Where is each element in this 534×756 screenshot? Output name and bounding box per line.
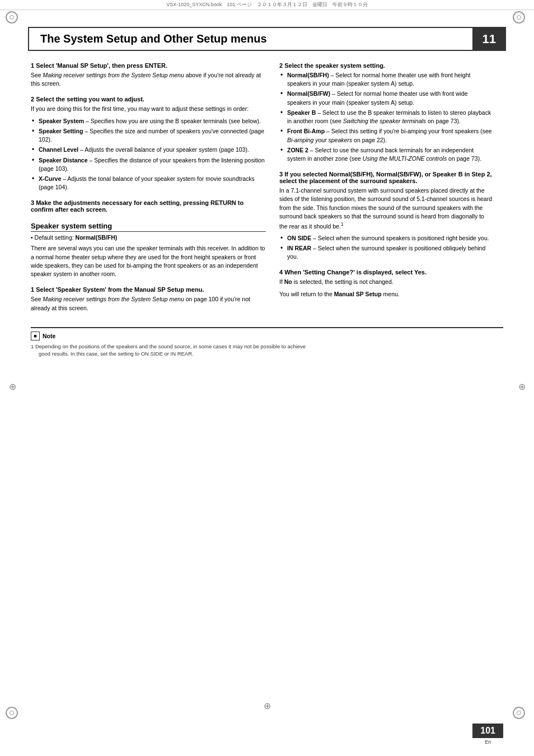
file-info: VSX-1020_SYXCN.book 101 ページ ２０１０年３月１２日 金…: [0, 0, 534, 8]
step2-text: If you are doing this for the first time…: [31, 105, 266, 113]
right-column: 2 Select the speaker system setting. Nor…: [279, 62, 492, 316]
step2-bullets: Speaker System – Specifies how you are u…: [31, 117, 266, 192]
bullet-front-biamp: Front Bi-Amp – Select this setting if yo…: [279, 127, 492, 144]
sub1-heading: 1 Select 'Speaker System' from the Manua…: [31, 286, 266, 293]
step1-text: See Making receiver settings from the Sy…: [31, 71, 266, 88]
main-content: 1 Select 'Manual SP Setup', then press E…: [31, 62, 503, 316]
bullet-speaker-b: Speaker B – Select to use the B speaker …: [279, 109, 492, 125]
manual-sp-bold: Manual SP Setup: [334, 291, 382, 297]
crosshair-right: [516, 381, 527, 392]
chapter-title-bar: The System Setup and Other Setup menus 1…: [28, 27, 506, 51]
note-area: ■ Note 1 Depending on the positions of t…: [31, 327, 503, 358]
corner-tl: [6, 11, 21, 27]
page: VSX-1020_SYXCN.book 101 ページ ２０１０年３月１２日 金…: [0, 0, 534, 756]
default-bold: Normal(SB/FH): [76, 234, 118, 241]
bullet-channel-level: Channel Level – Adjusts the overall bala…: [31, 146, 266, 154]
footnote-sup: 1: [341, 221, 344, 227]
corner-bl: [6, 707, 21, 722]
section-intro: There are several ways you can use the s…: [31, 244, 266, 278]
page-number: 101: [472, 724, 503, 738]
right-step2-bullets: Normal(SB/FH) – Select for normal home t…: [279, 71, 492, 163]
bullet-normal-sbfw: Normal(SB/FW) – Select for normal home t…: [279, 90, 492, 106]
step1-italic: Making receiver settings from the System…: [43, 72, 184, 78]
right-step4-text1: If No is selected, the setting is not ch…: [279, 278, 492, 286]
page-number-area: 101 En: [472, 724, 503, 745]
bullet-zone2: ZONE 2 – Select to use the surround back…: [279, 146, 492, 163]
right-step2-heading: 2 Select the speaker system setting.: [279, 62, 492, 69]
bullet-xcurve: X-Curve – Adjusts the tonal balance of y…: [31, 175, 266, 192]
right-step3-bullets: ON SIDE – Select when the surround speak…: [279, 234, 492, 262]
crosshair-bottom: [261, 700, 273, 711]
chapter-number: 11: [472, 27, 506, 51]
header-area: The System Setup and Other Setup menus 1…: [28, 27, 506, 51]
chapter-title: The System Setup and Other Setup menus: [28, 27, 472, 51]
note-icon: ■: [31, 332, 40, 340]
right-step3-intro: In a 7.1-channel surround system with su…: [279, 186, 492, 231]
step1-heading: 1 Select 'Manual SP Setup', then press E…: [31, 62, 266, 69]
note-header: ■ Note: [31, 332, 503, 340]
note-text: 1 Depending on the positions of the spea…: [31, 343, 503, 358]
step3-heading: 3 Make the adjustments necessary for eac…: [31, 199, 266, 213]
bullet-in-rear: IN REAR – Select when the surround speak…: [279, 244, 492, 261]
top-strip: VSX-1020_SYXCN.book 101 ページ ２０１０年３月１２日 金…: [0, 0, 534, 10]
sub1-text: See Making receiver settings from the Sy…: [31, 295, 266, 312]
right-step4-heading: 4 When 'Setting Change?' is displayed, s…: [279, 269, 492, 276]
step2-heading: 2 Select the setting you want to adjust.: [31, 96, 266, 102]
corner-tr: [513, 11, 528, 27]
section-title: Speaker system setting: [31, 222, 266, 232]
bullet-speaker-setting: Speaker Setting – Specifies the size and…: [31, 127, 266, 144]
bullet-on-side: ON SIDE – Select when the surround speak…: [279, 234, 492, 242]
crosshair-left: [7, 381, 18, 392]
bullet-normal-sbfh: Normal(SB/FH) – Select for normal home t…: [279, 71, 492, 88]
bullet-speaker-distance: Speaker Distance – Specifies the distanc…: [31, 156, 266, 173]
left-column: 1 Select 'Manual SP Setup', then press E…: [31, 62, 266, 316]
corner-br: [513, 707, 528, 722]
bullet-speaker-system: Speaker System – Specifies how you are u…: [31, 117, 266, 125]
page-lang: En: [485, 739, 491, 745]
default-setting: • Default setting: Normal(SB/FH): [31, 234, 266, 241]
note-label: Note: [43, 333, 55, 339]
no-bold: No: [284, 278, 292, 285]
right-step3-heading: 3 If you selected Normal(SB/FH), Normal(…: [279, 171, 492, 184]
right-step4-text2: You will return to the Manual SP Setup m…: [279, 290, 492, 298]
